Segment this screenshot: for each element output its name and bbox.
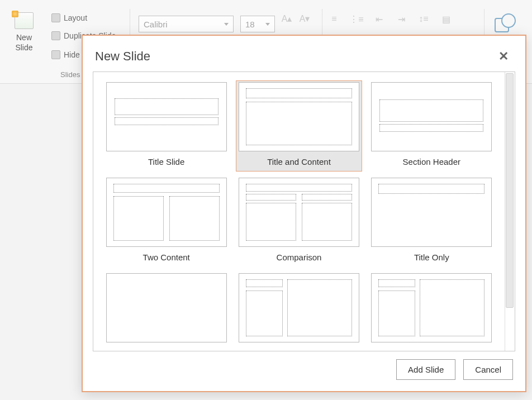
cancel-button[interactable]: Cancel	[463, 359, 513, 380]
numbering-icon[interactable]: ⋮≡	[350, 12, 363, 26]
dialog-footer: Add Slide Cancel	[83, 351, 525, 391]
increase-font-icon[interactable]: A▴	[281, 12, 293, 25]
dialog-header: New Slide ✕	[83, 36, 525, 72]
text-direction-icon[interactable]: ▤	[439, 12, 453, 26]
shapes-icon	[495, 13, 516, 32]
font-size-controls: A▴ A▾	[281, 12, 311, 25]
hide-icon	[51, 50, 60, 59]
layout-title-and-content[interactable]: Title and Content	[236, 81, 362, 171]
layout-label: Title Slide	[105, 151, 228, 170]
new-slide-label-2: Slide	[10, 42, 38, 53]
layout-label: Two Content	[105, 247, 228, 265]
new-slide-button[interactable]: New Slide	[10, 12, 38, 53]
decrease-indent-icon[interactable]: ⇤	[372, 12, 386, 26]
scrollbar[interactable]	[505, 72, 515, 351]
layout-label: Title Only	[370, 247, 493, 265]
close-button[interactable]: ✕	[494, 47, 513, 66]
chevron-down-icon	[224, 23, 229, 26]
layout-thumbnail	[239, 82, 359, 151]
hide-slide-button[interactable]: Hide	[48, 48, 83, 61]
new-slide-dialog: New Slide ✕ Title Slide T	[82, 35, 526, 392]
add-slide-button[interactable]: Add Slide	[396, 359, 455, 380]
layout-label: Comparison	[238, 247, 360, 265]
layout-thumbnail	[371, 273, 492, 342]
slides-group-label: Slides	[60, 70, 80, 79]
decrease-font-icon[interactable]: A▾	[298, 12, 311, 25]
layout-thumbnail	[239, 178, 359, 247]
layout-thumbnail	[106, 82, 227, 151]
layout-gallery-viewport: Title Slide Title and Content Section He…	[93, 72, 505, 351]
layout-label: Section Header	[370, 151, 493, 170]
new-slide-icon	[15, 12, 34, 29]
layout-thumbnail	[106, 273, 227, 342]
bullets-icon[interactable]: ≡	[327, 12, 341, 26]
layout-content-with-caption[interactable]	[236, 272, 362, 344]
layout-comparison[interactable]: Comparison	[236, 177, 362, 266]
layout-button[interactable]: Layout	[48, 11, 91, 25]
layout-thumbnail	[371, 178, 492, 247]
new-slide-label-1: New	[10, 32, 38, 42]
layout-label: Title and Content	[238, 151, 360, 170]
font-name-select[interactable]: Calibri	[139, 16, 234, 32]
increase-indent-icon[interactable]: ⇥	[395, 12, 408, 26]
layout-title-slide[interactable]: Title Slide	[104, 81, 229, 171]
layout-picture-with-caption[interactable]	[369, 272, 494, 344]
dialog-title: New Slide	[95, 49, 150, 64]
font-name-value: Calibri	[144, 20, 168, 29]
layout-icon	[51, 13, 60, 22]
layout-blank[interactable]	[104, 272, 229, 344]
font-size-value: 18	[245, 20, 255, 29]
layout-two-content[interactable]: Two Content	[104, 177, 229, 266]
layout-label: Layout	[64, 13, 87, 22]
chevron-down-icon	[265, 23, 270, 26]
layout-thumbnail	[371, 82, 492, 151]
layout-title-only[interactable]: Title Only	[369, 177, 494, 266]
paragraph-controls: ≡ ⋮≡ ⇤ ⇥ ↕≡ ▤	[327, 12, 453, 26]
layout-section-header[interactable]: Section Header	[369, 81, 494, 171]
scrollbar-thumb[interactable]	[506, 73, 514, 308]
font-size-select[interactable]: 18	[240, 16, 275, 32]
hide-label: Hide	[64, 50, 80, 59]
line-spacing-icon[interactable]: ↕≡	[417, 12, 430, 26]
layout-thumbnail	[239, 273, 359, 342]
layout-gallery: Title Slide Title and Content Section He…	[93, 72, 515, 351]
layout-thumbnail	[106, 178, 227, 247]
duplicate-icon	[51, 31, 60, 40]
